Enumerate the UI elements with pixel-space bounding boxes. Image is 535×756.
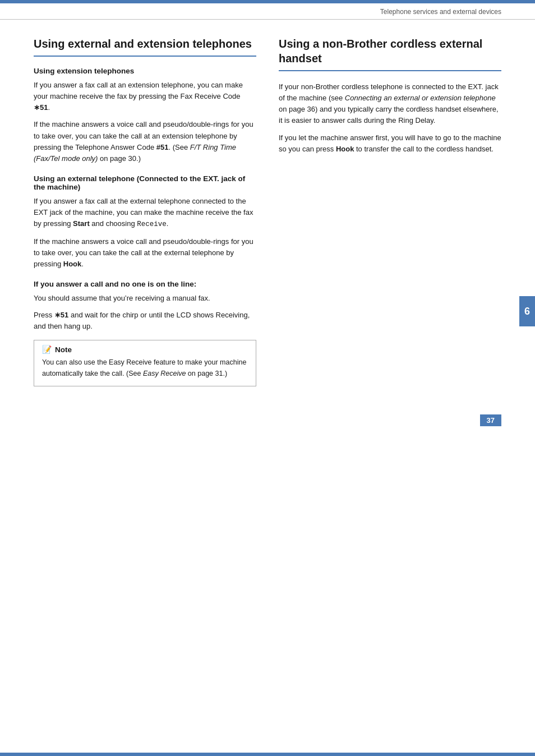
subsection-no-one-title: If you answer a call and no one is on th…	[34, 280, 256, 288]
left-section-divider	[34, 56, 256, 57]
subsection-extension-telephones: Using extension telephones If you answer…	[34, 67, 256, 164]
bottom-bar	[0, 753, 535, 756]
ext-tel-para-2: If the machine answers a voice call and …	[34, 119, 256, 164]
no-one-para-1: You should assume that you’re receiving …	[34, 293, 256, 304]
left-column: Using external and extension telephones …	[34, 36, 256, 386]
note-label: Note	[55, 345, 72, 354]
page-number-row: 37	[0, 409, 535, 432]
subsection-no-one: If you answer a call and no one is on th…	[34, 280, 256, 332]
ext-phone-para-1: If you answer a fax call at the external…	[34, 196, 256, 231]
subsection-extension-title: Using extension telephones	[34, 67, 256, 75]
right-column: Using a non-Brother cordless external ha…	[279, 36, 501, 386]
subsection-external-title: Using an external telephone (Connected t…	[34, 174, 256, 191]
cordless-para-2: If you let the machine answer first, you…	[279, 132, 501, 155]
right-section-divider	[279, 70, 501, 71]
subsection-external-telephone: Using an external telephone (Connected t…	[34, 174, 256, 270]
breadcrumb: Telephone services and external devices	[380, 8, 501, 16]
chapter-badge: 6	[519, 296, 535, 326]
note-icon: 📝	[42, 345, 52, 354]
page-content: Using external and extension telephones …	[0, 20, 535, 409]
ext-tel-para-1: If you answer a fax call at an extension…	[34, 80, 256, 113]
left-section-title: Using external and extension telephones	[34, 36, 256, 51]
page-number: 37	[480, 414, 501, 426]
note-box-header: 📝 Note	[34, 340, 256, 354]
ext-phone-para-2: If the machine answers a voice call and …	[34, 236, 256, 270]
no-one-para-2: Press ∗51 and wait for the chirp or unti…	[34, 310, 256, 332]
note-box: 📝 Note You can also use the Easy Receive…	[34, 340, 256, 386]
header-strip: Telephone services and external devices	[0, 3, 535, 20]
cordless-para-1: If your non-Brother cordless telephone i…	[279, 81, 501, 127]
note-content: You can also use the Easy Receive featur…	[42, 357, 248, 379]
right-section-title: Using a non-Brother cordless external ha…	[279, 36, 501, 66]
